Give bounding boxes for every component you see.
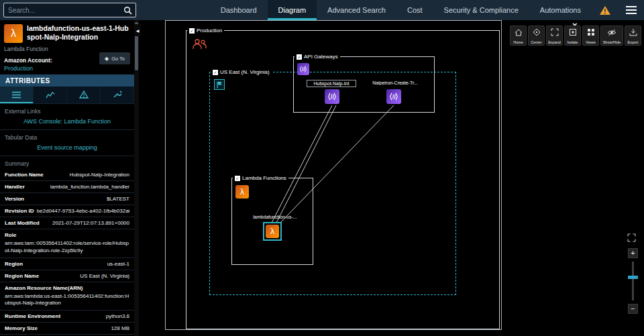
tab-tools[interactable] [101, 87, 134, 103]
export-button[interactable]: Export [625, 25, 641, 46]
search-icon[interactable] [123, 6, 136, 15]
home-button[interactable]: Home [510, 25, 527, 46]
nav-item-cost[interactable]: Cost [396, 0, 433, 20]
group-label-api-gateways: ✓ API Gateways [294, 54, 340, 60]
nav-item-automations[interactable]: Automations [529, 0, 592, 20]
attribute-row-version: Version$LATEST [0, 193, 134, 205]
aws-console-link[interactable]: AWS Console: Lambda Function [0, 117, 134, 130]
lambda-function-icon: λ [4, 24, 23, 43]
summary-label: Summary [0, 156, 134, 169]
attribute-row-last-modified: Last Modified2021-07-29T12:07:13.891+000… [0, 217, 134, 229]
external-links-label: External Links [0, 104, 134, 117]
attribute-row-memory-size: Memory Size128 MB [0, 323, 134, 335]
api-gateways-checkbox[interactable]: ✓ [297, 54, 302, 60]
top-navigation-bar: Dashboard Diagram Advanced Search Cost S… [0, 0, 644, 20]
nav-item-advanced-search[interactable]: Advanced Search [317, 0, 396, 20]
sidebar-collapse-button[interactable]: ◀ [134, 24, 141, 36]
tabular-data-label: Tabular Data [0, 130, 134, 143]
group-label-region: ✓ US East (N. Virginia) [211, 69, 272, 75]
attribute-row-region-name: Region NameUS East (N. Virginia) [0, 270, 134, 282]
center-button[interactable]: Center [528, 25, 545, 46]
group-label-production: ✓ Production [187, 27, 224, 34]
region-flag-icon [214, 79, 225, 90]
search-input[interactable] [4, 7, 123, 14]
zoom-slider-handle[interactable] [628, 276, 638, 279]
api-gateway-group-icon [297, 63, 309, 75]
list-icon [12, 89, 21, 101]
export-download-icon [629, 27, 637, 39]
hamburger-menu-icon[interactable] [619, 0, 644, 20]
attribute-row-role: Rolearn:aws:iam::005356411402:role/servi… [0, 229, 134, 258]
account-value-link[interactable]: Production [4, 65, 130, 72]
show-hide-button[interactable]: Show/Hide [600, 25, 623, 46]
tab-metrics[interactable] [34, 87, 67, 103]
node-label-hubspot[interactable]: Hubspot-Nalp-Int [307, 80, 356, 87]
lambda-node-selected-icon[interactable]: λ [263, 222, 282, 241]
lambda-functions-checkbox[interactable]: ✓ [235, 176, 240, 181]
attribute-row-handler: Handlerlambda_function.lambda_handler [0, 181, 134, 193]
canvas-toolbar: Home Center Expand Isolate Views Show/Hi… [510, 25, 641, 46]
users-icon [191, 38, 207, 54]
compass-icon: ◈ [105, 56, 109, 62]
attributes-content: External Links AWS Console: Lambda Funct… [0, 104, 134, 336]
views-grid-icon [587, 27, 595, 39]
attribute-row-region: Regionus-east-1 [0, 258, 134, 270]
isolate-icon [569, 27, 577, 39]
warning-icon [79, 89, 89, 101]
zoom-out-button[interactable]: − [628, 304, 638, 314]
sidebar-scrollbar[interactable] [134, 20, 139, 336]
attribute-row-revision-id: Revision IDbe2d0447-9753-4ebc-a402-1fb4b… [0, 205, 134, 217]
main-nav: Dashboard Diagram Advanced Search Cost S… [210, 0, 592, 20]
details-sidebar: λ lambdafunction-us-east-1-Hubspot-Nalp-… [0, 20, 134, 336]
attribute-row-arn: Amazon Resource Name(ARN)arn:aws:lambda:… [0, 282, 134, 311]
center-icon [533, 27, 541, 39]
warning-alert-icon[interactable] [592, 0, 619, 20]
wrench-icon [113, 89, 121, 101]
group-label-lambda-functions: ✓ Lambda Functions [233, 175, 288, 181]
api-gateway-node-hubspot-icon[interactable] [325, 89, 339, 104]
go-to-button[interactable]: ◈ Go To [99, 52, 130, 64]
expand-icon [551, 27, 559, 39]
node-label-nalpeiron[interactable]: Nalpeiron-Create-Tr... [366, 80, 425, 85]
resource-title: lambdafunction-us-east-1-Hubspot-Nalp-In… [27, 24, 130, 43]
attributes-header: ATTRIBUTES [0, 74, 134, 87]
region-checkbox[interactable]: ✓ [213, 70, 218, 75]
attribute-tabs [0, 87, 134, 104]
resource-type-label: Lambda Function [4, 46, 130, 52]
chart-icon [46, 89, 55, 101]
attribute-row-runtime: Runtime Environmentpython3.6 [0, 311, 134, 323]
node-label-lambda-function[interactable]: lambdafunction-us-... [246, 215, 304, 219]
production-checkbox[interactable]: ✓ [189, 28, 195, 34]
fit-to-screen-icon[interactable] [627, 233, 636, 245]
expand-button[interactable]: Expand [546, 25, 563, 46]
sidebar-header: λ lambdafunction-us-east-1-Hubspot-Nalp-… [0, 20, 134, 74]
attribute-row-function-name: Function NameHubspot-Nalp-Integration [0, 169, 134, 181]
views-button[interactable]: Views [582, 25, 599, 46]
tab-summary[interactable] [0, 87, 34, 103]
zoom-slider-track[interactable] [632, 262, 634, 300]
diagram-canvas[interactable]: ✓ Production ✓ US East (N. Virginia) ✓ A… [139, 20, 644, 336]
zoom-in-button[interactable]: + [628, 248, 638, 258]
home-icon [515, 27, 523, 39]
api-gateway-node-nalpeiron-icon[interactable] [386, 89, 401, 104]
tab-alerts[interactable] [67, 87, 101, 103]
event-source-mapping-link[interactable]: Event source mapping [0, 143, 134, 156]
search-box[interactable] [3, 3, 136, 17]
isolate-button[interactable]: Isolate [564, 25, 581, 46]
eye-slash-icon [607, 27, 616, 39]
nav-item-dashboard[interactable]: Dashboard [210, 0, 268, 20]
lambda-group-icon: λ [235, 185, 249, 199]
nav-item-diagram[interactable]: Diagram [268, 0, 317, 20]
nav-item-security-compliance[interactable]: Security & Compliance [433, 0, 529, 20]
